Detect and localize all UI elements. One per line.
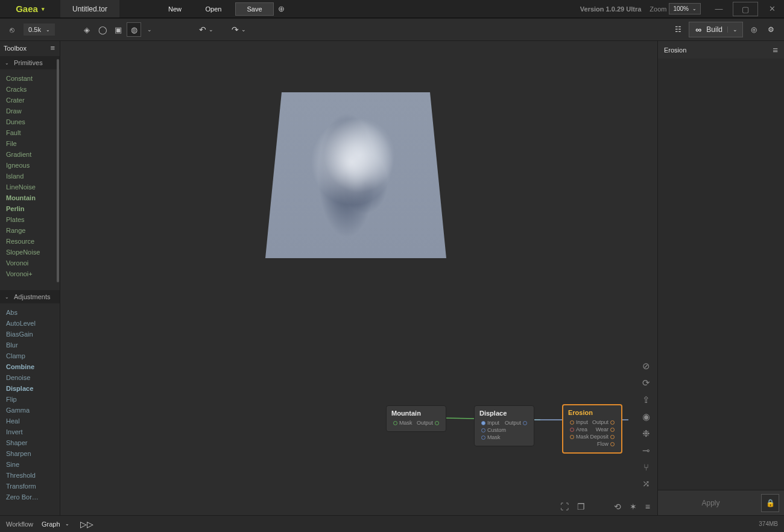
resolution-select[interactable]: 0.5k⌄ <box>24 24 55 36</box>
toolbox-item[interactable]: LineNoise <box>6 182 60 192</box>
menu-icon[interactable]: ≡ <box>645 502 650 511</box>
gear-icon[interactable]: ⚙ <box>765 24 777 36</box>
toolbox-panel: Toolbox ≡ ⌄ Primitives ConstantCracksCra… <box>0 41 60 515</box>
toolbox-item[interactable]: Gradient <box>6 149 60 160</box>
node-title: Erosion <box>568 409 616 416</box>
toolbox-item[interactable]: Crater <box>6 95 60 106</box>
toolbox-item[interactable]: Transform <box>6 481 60 492</box>
chevron-down-icon: ⌄ <box>692 6 697 11</box>
memory-label: 374MB <box>759 521 778 527</box>
toolbox-item[interactable]: Perlin <box>6 203 60 214</box>
overlay-icon[interactable]: ◍ <box>127 22 141 37</box>
lock-button[interactable]: 🔒 <box>761 494 779 512</box>
target-icon[interactable]: ◉ <box>642 411 650 422</box>
new-button[interactable]: New <box>156 0 194 17</box>
snowflake-icon[interactable]: ❉ <box>642 428 650 439</box>
toolbox-item[interactable]: Sharpen <box>6 448 60 459</box>
close-button[interactable]: ✕ <box>760 0 784 17</box>
app-logo[interactable]: Gaea ▾ <box>0 0 60 17</box>
sync-icon[interactable]: ⟲ <box>614 502 621 511</box>
node-erosion[interactable]: Erosion Input Output Area Wear Mask Depo… <box>562 404 622 454</box>
viewport-side-toolbar: ⊘ ⟳ ⇪ ◉ ❉ ⊸ ⑂ ⤮ <box>642 361 650 489</box>
toolbox-item[interactable]: Invert <box>6 426 60 437</box>
toolbox-item[interactable]: Voronoi <box>6 258 60 268</box>
toolbox-item[interactable]: Draw <box>6 106 60 116</box>
file-name: Untitled.tor <box>72 5 107 13</box>
maximize-button[interactable]: ▢ <box>733 2 757 16</box>
target-icon[interactable]: ◎ <box>748 24 760 36</box>
toolbox-item[interactable]: Blur <box>6 340 60 350</box>
toolbox-title: Toolbox <box>4 45 27 52</box>
build-button[interactable]: ∞ Build ⌄ <box>689 22 743 37</box>
toolbox-item[interactable]: Clamp <box>6 350 60 361</box>
toolbox-item[interactable]: Gamma <box>6 405 60 416</box>
disable-icon[interactable]: ⊘ <box>642 361 650 372</box>
toolbox-item[interactable]: Abs <box>6 307 60 318</box>
toolbox-item[interactable]: BiasGain <box>6 329 60 340</box>
category-primitives[interactable]: ⌄ Primitives <box>0 56 60 69</box>
toolbox-item[interactable]: Plates <box>6 214 60 225</box>
toolbar: ⎋ 0.5k⌄ ◈ ◯ ▣ ◍ ⌄ ↶ ⌄ ↷ ⌄ ☷ ∞ Build ⌄ ◎ … <box>0 18 784 41</box>
frame-icon[interactable]: ⛶ <box>560 502 569 511</box>
menu-icon[interactable]: ≡ <box>773 45 778 55</box>
toolbox-item[interactable]: Threshold <box>6 470 60 481</box>
workflow-mode-select[interactable]: Graph⌄ <box>42 521 69 528</box>
toolbox-item[interactable]: Combine <box>6 361 60 372</box>
undo-button[interactable]: ↶ ⌄ <box>199 25 213 34</box>
upload-icon[interactable]: ⇪ <box>642 394 650 405</box>
menu-icon[interactable]: ≡ <box>50 43 55 52</box>
apply-button[interactable]: Apply <box>666 495 755 511</box>
toolbox-item[interactable]: Heal <box>6 416 60 426</box>
toolbox-item[interactable]: Zero Bor… <box>6 492 60 502</box>
refresh-icon[interactable]: ⟳ <box>642 378 650 388</box>
toolbox-item[interactable]: Sine <box>6 459 60 470</box>
toolbox-item[interactable]: Range <box>6 225 60 236</box>
app-name: Gaea <box>16 4 38 14</box>
toolbox-item[interactable]: Denoise <box>6 372 60 383</box>
fastforward-icon[interactable]: ▷▷ <box>80 519 93 529</box>
shuffle-icon[interactable]: ⤮ <box>642 478 650 489</box>
toolbox-item[interactable]: File <box>6 138 60 149</box>
camera-icon[interactable]: ▣ <box>111 22 125 37</box>
toolbox-item[interactable]: Displace <box>6 383 60 394</box>
toolbox-item[interactable]: Cracks <box>6 84 60 95</box>
toolbox-item[interactable]: AutoLevel <box>6 318 60 329</box>
toolbox-item[interactable]: Resource <box>6 236 60 247</box>
open-button[interactable]: Open <box>194 0 233 17</box>
scrollbar[interactable] <box>57 59 59 282</box>
category-adjustments[interactable]: ⌄ Adjustments <box>0 290 60 303</box>
title-bar: Gaea ▾ Untitled.tor New Open Save ⊕ Vers… <box>0 0 784 18</box>
viewport[interactable]: Mountain Mask Output Displace Input Outp… <box>60 41 657 515</box>
toolbox-item[interactable]: Fault <box>6 127 60 138</box>
properties-title: Erosion <box>664 46 686 54</box>
toolbox-item[interactable]: SlopeNoise <box>6 247 60 258</box>
toolbox-item[interactable]: Voronoi+ <box>6 268 60 279</box>
export-icon[interactable]: ⎋ <box>5 23 19 36</box>
toolbox-item[interactable]: Constant <box>6 73 60 84</box>
save-plus-button[interactable]: ⊕ <box>274 2 288 16</box>
toolbox-item[interactable]: Shaper <box>6 437 60 448</box>
toolbox-item[interactable]: Flip <box>6 394 60 405</box>
connect-icon[interactable]: ⊸ <box>642 445 650 456</box>
zoom-select[interactable]: 100%⌄ <box>669 3 701 14</box>
infinity-icon: ∞ <box>695 25 701 34</box>
save-button[interactable]: Save <box>235 2 274 16</box>
file-tab[interactable]: Untitled.tor <box>60 0 119 17</box>
redo-button[interactable]: ↷ ⌄ <box>232 25 246 34</box>
toolbox-item[interactable]: Dunes <box>6 116 60 127</box>
node-displace[interactable]: Displace Input Output Custom Mask <box>474 405 534 446</box>
chevron-down-icon[interactable]: ⌄ <box>142 22 157 37</box>
toolbox-item[interactable]: Island <box>6 171 60 182</box>
node-mountain[interactable]: Mountain Mask Output <box>386 405 446 432</box>
minimize-button[interactable]: — <box>707 0 731 17</box>
toolbox-item[interactable]: Mountain <box>6 192 60 203</box>
toolbox-item[interactable]: Igneous <box>6 160 60 171</box>
view3d-icon[interactable]: ◈ <box>80 22 94 37</box>
chevron-down-icon: ⌄ <box>5 60 9 66</box>
chevron-down-icon: ⌄ <box>46 27 50 33</box>
layout-icon[interactable]: ☷ <box>672 24 684 36</box>
spark-icon[interactable]: ✶ <box>630 502 637 511</box>
view2d-icon[interactable]: ◯ <box>95 22 110 37</box>
copy-icon[interactable]: ❐ <box>577 502 585 511</box>
branch-icon[interactable]: ⑂ <box>642 462 650 472</box>
